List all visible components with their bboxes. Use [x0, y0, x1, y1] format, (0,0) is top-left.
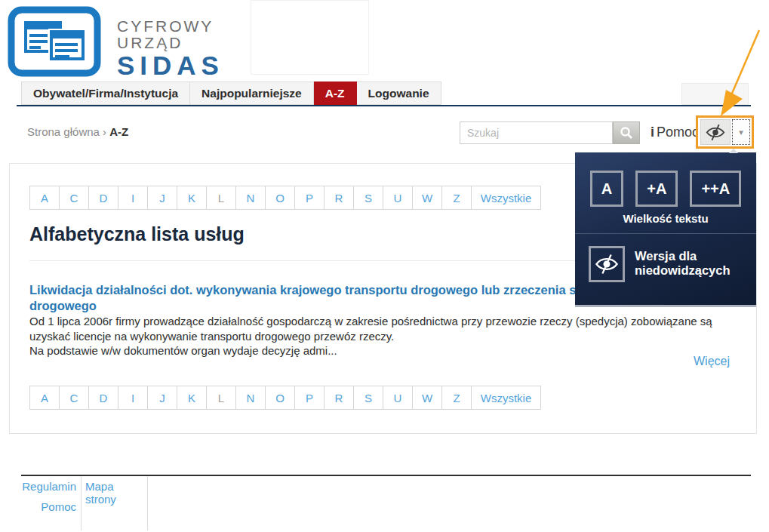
- article-body: Od 1 lipca 2006r firmy prowadzące działa…: [29, 314, 712, 358]
- alphabet-letter-link[interactable]: J: [147, 386, 177, 410]
- contrast-caption[interactable]: Wersja dla niedowidzących: [635, 249, 748, 278]
- alphabet-letter-link[interactable]: D: [88, 386, 118, 410]
- article-body-line: Na podstawie w/w dokumentów organ wydaje…: [29, 343, 712, 358]
- alphabet-letter-link[interactable]: O: [265, 386, 295, 410]
- nav-tab[interactable]: Obywatel/Firma/Instytucja: [21, 81, 190, 105]
- alphabet-letter-link[interactable]: P: [294, 386, 325, 410]
- contrast-eye-button[interactable]: [589, 246, 625, 282]
- page-title: Alfabetyczna lista usług: [29, 223, 245, 245]
- text-size-button[interactable]: +A: [635, 171, 678, 207]
- alphabet-letter-link[interactable]: K: [177, 186, 207, 210]
- sidas-logo-icon[interactable]: [8, 6, 101, 80]
- alphabet-letter-link[interactable]: N: [235, 386, 266, 410]
- alphabet-letter-link[interactable]: I: [118, 386, 148, 410]
- alphabet-letter-link[interactable]: R: [324, 386, 354, 410]
- accessibility-dropdown-button[interactable]: ▾: [732, 119, 750, 145]
- footer-link-pomoc[interactable]: Pomoc: [41, 500, 76, 513]
- alphabet-letter-link[interactable]: K: [177, 386, 207, 410]
- crossed-eye-icon: [705, 123, 726, 142]
- nav-underline: [17, 105, 751, 106]
- alphabet-letter-link[interactable]: L: [206, 186, 236, 210]
- article-body-line: uzyskać licencje na wykonywanie transpor…: [29, 329, 712, 344]
- nav-tab[interactable]: Najpopularniejsze: [190, 81, 314, 105]
- main-nav: Obywatel/Firma/InstytucjaNajpopularniejs…: [21, 81, 441, 105]
- brand-line-urzad: URZĄD: [117, 35, 224, 51]
- footer-column-2: Mapa strony: [82, 476, 148, 530]
- alphabet-letter-link[interactable]: D: [88, 186, 118, 210]
- alphabet-letter-link[interactable]: S: [353, 386, 383, 410]
- info-icon: i: [651, 125, 654, 140]
- text-size-caption: Wielkość tekstu: [575, 212, 756, 225]
- footer-link-mapa-strony[interactable]: Mapa strony: [85, 480, 147, 506]
- alphabet-letter-link[interactable]: C: [59, 186, 89, 210]
- header-placeholder-box: [251, 0, 369, 75]
- footer-link-regulamin[interactable]: Regulamin: [22, 480, 76, 493]
- alphabet-letter-link[interactable]: P: [294, 186, 325, 210]
- alphabet-letter-link[interactable]: U: [383, 386, 413, 410]
- alphabet-letter-link[interactable]: Z: [441, 186, 472, 210]
- breadcrumb-current: A-Z: [109, 125, 128, 138]
- nav-tab[interactable]: Logowanie: [357, 81, 441, 105]
- footer: Regulamin Pomoc Mapa strony: [21, 476, 148, 530]
- alphabet-letter-link[interactable]: J: [147, 186, 177, 210]
- brand-line-cyfrowy: CYFROWY: [117, 18, 224, 35]
- panel-caret: [729, 149, 738, 153]
- alphabet-letter-link[interactable]: C: [59, 386, 89, 410]
- alphabet-letter-link[interactable]: S: [353, 186, 383, 210]
- alphabet-letter-link[interactable]: I: [118, 186, 148, 210]
- alphabet-letter-link[interactable]: Wszystkie: [471, 386, 541, 410]
- alphabet-letter-link[interactable]: Z: [441, 386, 472, 410]
- help-link[interactable]: iPomoc: [651, 125, 699, 140]
- alphabet-letter-link[interactable]: W: [412, 386, 442, 410]
- alphabet-letter-link[interactable]: U: [383, 186, 413, 210]
- text-size-button[interactable]: A: [590, 171, 623, 207]
- breadcrumb-home-link[interactable]: Strona główna: [27, 125, 100, 138]
- alphabet-letter-link[interactable]: Wszystkie: [471, 186, 541, 210]
- more-link[interactable]: Więcej: [694, 355, 730, 368]
- annotation-arrow-icon: [708, 21, 768, 123]
- footer-column-1: Regulamin Pomoc: [21, 476, 82, 530]
- nav-tab[interactable]: A-Z: [314, 81, 357, 105]
- windows-logo-icon: [8, 6, 101, 77]
- alphabet-letter-link[interactable]: A: [29, 186, 60, 210]
- nav-spacer-box: [681, 83, 749, 105]
- accessibility-eye-button[interactable]: [700, 119, 731, 145]
- text-size-section: A+A++A Wielkość tekstu: [575, 152, 756, 234]
- magnifier-icon: [620, 126, 633, 140]
- breadcrumb-separator: ›: [103, 125, 106, 138]
- breadcrumb: Strona główna › A-Z: [27, 125, 128, 138]
- search-button[interactable]: [613, 121, 640, 144]
- search-input[interactable]: [460, 121, 613, 144]
- brand-line-sidas: SIDAS: [117, 52, 224, 79]
- text-size-buttons: A+A++A: [575, 152, 756, 207]
- crossed-eye-icon: [594, 253, 620, 275]
- alphabet-letter-link[interactable]: L: [206, 386, 236, 410]
- brand-text: CYFROWY URZĄD SIDAS: [117, 18, 224, 79]
- alphabet-letter-link[interactable]: O: [265, 186, 295, 210]
- alphabet-letter-link[interactable]: W: [412, 186, 442, 210]
- alphabet-letter-link[interactable]: N: [235, 186, 266, 210]
- contrast-section: Wersja dla niedowidzących: [575, 234, 756, 282]
- alphabet-row-bottom: ACDIJKLNOPRSUWZWszystkie: [29, 386, 541, 410]
- accessibility-widget: ▾: [696, 115, 754, 149]
- alphabet-row-top: ACDIJKLNOPRSUWZWszystkie: [29, 186, 541, 210]
- alphabet-letter-link[interactable]: R: [324, 186, 354, 210]
- alphabet-letter-link[interactable]: A: [29, 386, 60, 410]
- article-body-line: Od 1 lipca 2006r firmy prowadzące działa…: [29, 314, 712, 329]
- chevron-down-icon: ▾: [739, 128, 743, 137]
- accessibility-panel: A+A++A Wielkość tekstu Wersja dla niedow…: [575, 152, 756, 307]
- help-label: Pomoc: [657, 125, 699, 140]
- text-size-button[interactable]: ++A: [690, 171, 741, 207]
